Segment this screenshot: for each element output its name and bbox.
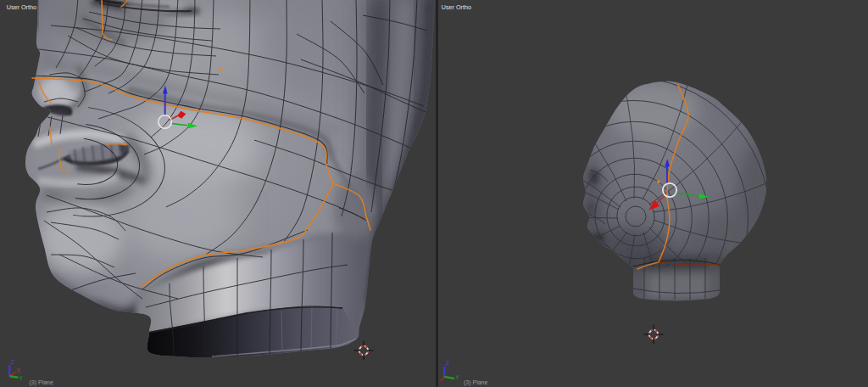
svg-text:X: X	[17, 367, 21, 373]
svg-text:Y: Y	[19, 375, 24, 381]
svg-text:User Ortho: User Ortho	[442, 3, 471, 11]
svg-text:User Ortho: User Ortho	[7, 3, 36, 11]
svg-text:Y: Y	[455, 374, 459, 380]
svg-text:(3) Plane: (3) Plane	[464, 379, 488, 386]
svg-text:Z: Z	[11, 359, 14, 365]
svg-text:(3) Plane: (3) Plane	[30, 379, 54, 386]
svg-text:Z: Z	[446, 360, 449, 366]
